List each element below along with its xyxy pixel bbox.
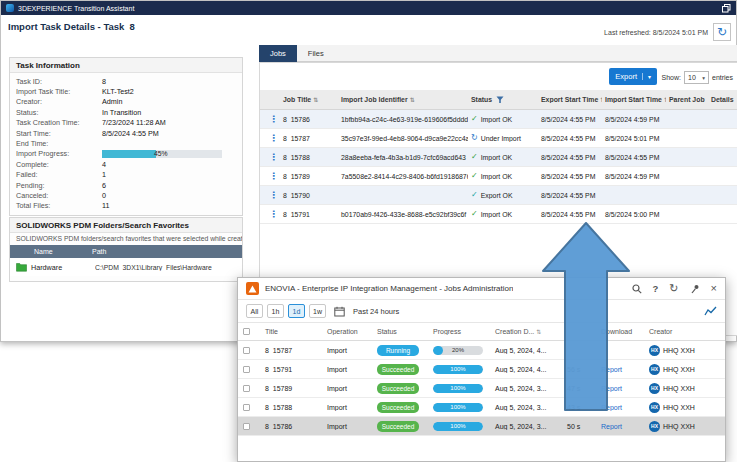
col-import-start-time[interactable]: Import Start Time⇅ <box>602 96 666 103</box>
enovia-job-row[interactable]: 8_15789 Import Succeeded 100% Aug 5, 202… <box>238 379 725 398</box>
pdm-favorites-panel: SOLIDWORKS PDM Folders/Search Favorites … <box>9 217 243 282</box>
col-status[interactable]: Status <box>468 96 538 104</box>
row-checkbox[interactable] <box>243 404 250 411</box>
report-link[interactable]: Report <box>596 366 644 373</box>
tab-files[interactable]: Files <box>297 45 335 62</box>
creator-name: HHQ XXH <box>663 404 695 411</box>
report-link[interactable]: Report <box>596 423 644 430</box>
enovia-job-row-selected[interactable]: 8_15786 Import Succeeded 100% Aug 5, 202… <box>238 417 725 436</box>
kebab-menu-icon[interactable]: ⋮ <box>263 152 280 162</box>
filter-funnel-icon[interactable] <box>496 96 504 104</box>
job-id-cell: 1bfbb94a-c24c-4e63-919e-619606f5dddd <box>338 116 468 123</box>
page-size-value: 10 <box>688 74 696 81</box>
search-icon[interactable] <box>632 284 642 294</box>
enovia-job-row[interactable]: 8_15791 Import Succeeded 100% Aug 5, 202… <box>238 360 725 379</box>
operation-cell: Import <box>322 366 372 373</box>
export-start-cell: 8/5/2024 4:55 PM <box>538 173 602 180</box>
refresh-button[interactable]: ↻ <box>713 23 731 41</box>
export-button[interactable]: Export ▾ <box>609 68 657 85</box>
filter-1w-button[interactable]: 1w <box>309 304 326 318</box>
report-link[interactable]: Report <box>596 404 644 411</box>
title-cell: 8_15786 <box>260 423 322 430</box>
pdm-col-path: Path <box>92 248 106 255</box>
enovia-job-row[interactable]: 8_15788 Import Succeeded 100% Aug 5, 202… <box>238 398 725 417</box>
avatar: HX <box>649 421 660 432</box>
close-icon[interactable]: × <box>711 283 717 294</box>
under-import-icon: ↻ <box>471 134 478 142</box>
operation-cell: Import <box>322 423 372 430</box>
filter-1h-button[interactable]: 1h <box>267 304 284 318</box>
kebab-menu-icon[interactable]: ⋮ <box>263 171 280 181</box>
col-progress[interactable]: Progress <box>428 328 490 335</box>
col-label: Creator <box>649 328 672 335</box>
field-failed: Failed:1 <box>10 170 242 180</box>
kebab-menu-icon[interactable]: ⋮ <box>263 209 280 219</box>
progress-fill <box>102 150 156 159</box>
calendar-icon[interactable] <box>334 306 345 317</box>
kebab-menu-icon[interactable]: ⋮ <box>263 114 280 124</box>
title-cell: 8_15788 <box>260 404 322 411</box>
col-import-job-identifier[interactable]: Import Job Identifier⇅ <box>338 96 468 103</box>
restore-window-icon[interactable] <box>722 4 731 13</box>
import-start-cell: 8/5/2024 4:59 PM <box>602 173 666 180</box>
row-checkbox[interactable] <box>243 366 250 373</box>
kebab-menu-icon[interactable]: ⋮ <box>263 190 280 200</box>
page-size-select[interactable]: 10 ▾ <box>684 71 709 84</box>
creator-name: HHQ XXH <box>663 423 695 430</box>
col-parent-job[interactable]: Parent Job <box>666 96 708 103</box>
filter-1d-button[interactable]: 1d <box>288 304 305 318</box>
field-label: Import Task Title: <box>16 87 102 96</box>
enovia-job-row[interactable]: 8_15787 Import Running 20% Aug 5, 2024, … <box>238 341 725 360</box>
col-job-title[interactable]: Job Title⇅ <box>280 96 338 103</box>
refresh-icon[interactable]: ↻ <box>669 284 678 294</box>
creation-cell: Aug 5, 2024, 4... <box>490 366 562 373</box>
row-checkbox[interactable] <box>243 423 250 430</box>
pdm-description: SOLIDWORKS PDM folders/search favorites … <box>10 233 242 245</box>
field-import-task-title: Import Task Title:KLT-Test2 <box>10 86 242 96</box>
task-fields: Task ID:8 Import Task Title:KLT-Test2 Cr… <box>10 73 242 215</box>
title-cell: 8_15789 <box>260 385 322 392</box>
col-status[interactable]: Status <box>372 328 428 335</box>
col-creation-date[interactable]: Creation D...⇅ <box>490 328 562 335</box>
col-details[interactable]: Details <box>708 96 737 103</box>
export-start-cell: 8/5/2024 4:55 PM <box>538 154 602 161</box>
chart-view-icon[interactable] <box>704 306 717 316</box>
col-creator[interactable]: Creator <box>644 328 725 335</box>
creator-name: HHQ XXH <box>663 385 695 392</box>
field-label: Failed: <box>16 170 102 179</box>
field-pending: Pending:6 <box>10 180 242 190</box>
progress-percent-label: 45% <box>154 150 168 159</box>
report-link[interactable]: Report <box>596 385 644 392</box>
field-value: 0 <box>102 191 106 200</box>
filter-all-button[interactable]: All <box>246 304 263 318</box>
progress-pill: 20% <box>433 346 483 355</box>
field-label: Complete: <box>16 160 102 169</box>
duration-cell: 43 s <box>562 404 596 411</box>
pin-icon[interactable] <box>690 284 700 294</box>
col-label: Parent Job <box>669 96 705 103</box>
col-label: Export Start Time <box>541 96 598 103</box>
col-export-start-time[interactable]: Export Start Time⇅ <box>538 96 602 103</box>
import-ok-icon: ✓ <box>471 172 478 180</box>
field-end-time: End Time: <box>10 138 242 148</box>
kebab-menu-icon[interactable]: ⋮ <box>263 133 280 143</box>
help-icon[interactable]: ? <box>653 284 659 294</box>
import-ok-icon: ✓ <box>471 153 478 161</box>
progress-label: 100% <box>433 422 483 431</box>
col-download[interactable]: Download <box>596 328 644 335</box>
row-checkbox[interactable] <box>243 385 250 392</box>
field-label: End Time: <box>16 139 102 148</box>
tab-jobs[interactable]: Jobs <box>259 45 297 62</box>
row-checkbox[interactable] <box>243 347 250 354</box>
folder-icon <box>16 262 27 272</box>
enovia-jobs-window: ENOVIA - Enterprise IP Integration Manag… <box>237 277 726 462</box>
import-ok-icon: ✓ <box>471 210 478 218</box>
col-title[interactable]: Title <box>260 328 322 335</box>
pdm-row-hardware[interactable]: Hardware C:\PDM_3DX1\Library_Files\Hardw… <box>10 258 242 276</box>
jobs-toolbar: Export ▾ Show: 10 ▾ entries <box>260 63 737 90</box>
status-label: Import OK <box>481 154 512 161</box>
col-operation[interactable]: Operation <box>322 328 372 335</box>
status-label: Import OK <box>481 173 512 180</box>
select-all-checkbox[interactable] <box>243 328 250 335</box>
job-id-cell: b0170ab9-f426-433e-8688-e5c92bf39c6f <box>338 211 468 218</box>
